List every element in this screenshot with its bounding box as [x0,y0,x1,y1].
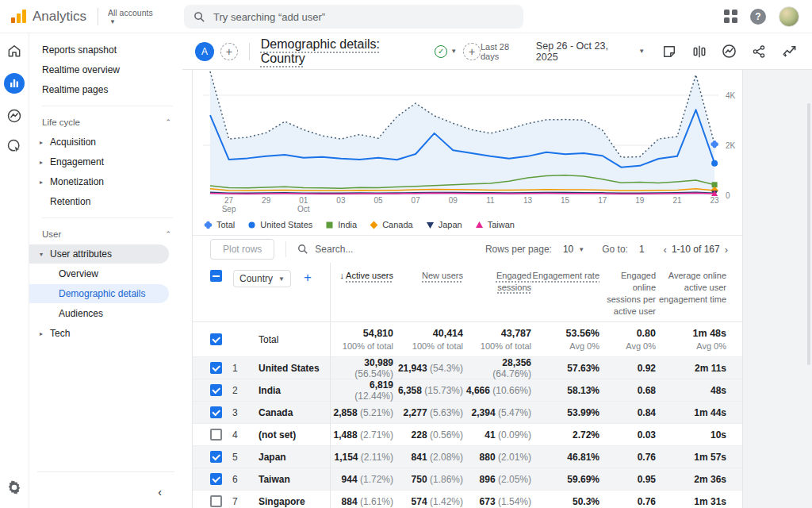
legend-item-taiwan[interactable]: Taiwan [475,220,515,229]
report-title[interactable]: Demographic details: Country [261,37,427,66]
table-row-united-states: 1United States30,989 (56.54%)21,943 (54.… [193,356,742,379]
apps-grid-icon[interactable] [724,10,737,23]
row-checkbox[interactable] [210,473,222,485]
nav-rail [0,33,29,508]
legend-item-total[interactable]: Total [204,220,235,229]
table-row-canada: 3Canada2,858 (5.21%)2,277 (5.63%)2,394 (… [193,401,742,423]
goto-page-input[interactable]: 1 [639,244,645,255]
row-checkbox[interactable] [210,495,222,507]
metric-cell: 2m 36s [656,474,726,485]
sidebar-item-overview[interactable]: Overview [29,264,182,283]
column-header-active-users[interactable]: ↓Active users [330,270,393,321]
diamond-marker-icon [370,221,378,229]
plot-rows-button[interactable]: Plot rows [210,239,274,260]
legend-item-india[interactable]: India [325,220,357,229]
metric-cell: 59.69% [531,474,599,485]
sidebar-item-tech[interactable]: ▸Tech [29,324,182,343]
metric-cell: 28,356 (64.76%) [463,357,531,379]
user-avatar[interactable] [779,6,799,27]
sidebar-item-monetization[interactable]: ▸Monetization [29,172,182,191]
select-all-checkbox[interactable] [210,270,222,282]
row-checkbox[interactable] [210,406,222,418]
row-checkbox[interactable] [210,451,222,463]
divider [285,241,286,257]
sidebar-item-label: Retention [50,196,90,207]
rows-per-page-select[interactable]: 10 [563,244,573,255]
topbar: Analytics All accounts ▼ Try searching “… [0,0,812,33]
legend-label: Total [216,220,235,229]
notes-icon[interactable] [657,40,681,64]
admin-gear-icon[interactable] [6,479,22,495]
row-checkbox[interactable] [210,384,222,396]
sidebar-item-retention[interactable]: Retention [29,192,182,211]
account-picker[interactable]: All accounts ▼ [108,8,153,25]
legend-label: Canada [382,220,413,229]
sidebar-item-demographic-details[interactable]: Demographic details [29,284,169,303]
sidebar-item-audiences[interactable]: Audiences [29,304,182,323]
add-column-button[interactable]: + [304,270,312,286]
metric-cell: 48s [656,385,726,396]
column-header-engaged-online-sessions-per-active-user[interactable]: Engaged online sessions per active user [599,270,656,321]
total-cell: 0.80Avg 0% [599,328,656,351]
metric-cell: 46.81% [531,452,599,463]
column-header-engagement-rate[interactable]: Engagement rate [531,270,599,321]
add-report-button[interactable]: + [463,43,481,60]
legend-label: India [338,220,357,229]
sidebar-item-label: Acquisition [50,137,96,148]
advertising-icon[interactable] [6,138,22,154]
chevron-right-icon: ▸ [36,159,47,166]
search-placeholder: Try searching “add user” [213,11,325,23]
legend-item-japan[interactable]: Japan [426,220,462,229]
chevron-right-icon: ▸ [36,330,47,337]
dimension-select[interactable]: Country ▼ [233,270,291,287]
ga-app: Analytics All accounts ▼ Try searching “… [0,0,812,508]
explore-report-icon[interactable] [777,40,801,64]
sidebar-section-user[interactable]: User⌃ [29,225,182,244]
share-icon[interactable] [747,40,771,64]
table-row-singapore: 7Singapore884 (1.61%)574 (1.42%)673 (1.5… [193,490,742,508]
sidebar-item-user-attributes[interactable]: ▾User attributes [29,244,169,264]
legend-item-united-states[interactable]: United States [247,220,312,229]
svg-text:01: 01 [299,196,308,205]
circle-marker-icon [247,221,256,229]
global-search-input[interactable]: Try searching “add user” [184,5,523,29]
collapse-sidebar-button[interactable]: ‹ [158,486,162,498]
table-row-taiwan: 6Taiwan944 (1.72%)750 (1.86%)896 (2.05%)… [193,468,742,490]
help-icon[interactable]: ? [750,9,766,25]
analytics-logo-icon [11,10,26,23]
add-comparison-button[interactable]: + [220,43,238,60]
date-range-picker[interactable]: Sep 26 - Oct 23, 2025 [536,40,632,63]
prev-page-button[interactable]: ‹ [659,244,672,256]
property-avatar[interactable]: A [195,42,214,61]
explore-icon[interactable] [6,108,22,124]
metric-cell: 2,277 (5.63%) [393,407,463,418]
sidebar-section-life-cycle[interactable]: Life cycle⌃ [29,113,182,132]
sidebar-item-realtime-pages[interactable]: Realtime pages [29,80,182,99]
row-checkbox[interactable] [210,429,222,441]
column-header-average-online-active-user-engagement-time[interactable]: Average online active user engagement ti… [656,270,726,321]
column-header-engaged-sessions[interactable]: Engaged sessions [463,270,531,321]
scrollbar[interactable] [807,103,810,365]
sidebar-item-reports-snapshot[interactable]: Reports snapshot [29,40,182,60]
legend-item-canada[interactable]: Canada [370,220,413,229]
search-icon [193,11,205,23]
sidebar-item-acquisition[interactable]: ▸Acquisition [29,133,182,152]
column-header-new-users[interactable]: New users [393,270,463,321]
report-status-chip[interactable]: ✓ ▼ [435,45,457,58]
total-label: Total [259,334,278,345]
sidebar-item-engagement[interactable]: ▸Engagement [29,152,182,171]
insights-icon[interactable] [718,40,741,64]
comparison-icon[interactable] [688,40,711,64]
total-row-checkbox[interactable] [210,333,222,345]
row-checkbox[interactable] [210,362,222,374]
search-icon [297,244,308,255]
reports-icon[interactable] [4,73,25,94]
home-icon[interactable] [6,43,22,59]
table-search-input[interactable]: Search... [297,244,353,255]
chevron-down-icon[interactable]: ▼ [578,246,584,253]
triangle-up-marker-icon [475,221,484,229]
next-page-button[interactable]: › [720,244,733,256]
chevron-down-icon: ▾ [36,251,47,258]
sidebar-item-realtime-overview[interactable]: Realtime overview [29,60,182,79]
svg-text:Oct: Oct [297,205,310,214]
